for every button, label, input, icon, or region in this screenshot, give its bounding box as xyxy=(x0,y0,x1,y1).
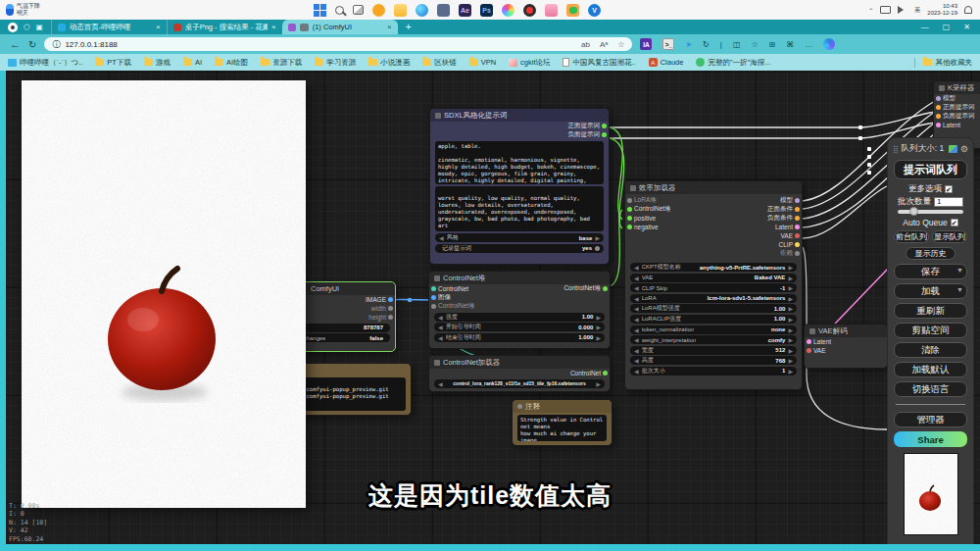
collapse-icon[interactable] xyxy=(630,185,636,191)
tab-search-icon[interactable]: ▣ xyxy=(36,23,43,31)
output-slot-controlnet-stack[interactable] xyxy=(603,286,608,291)
bookmark-item[interactable]: 学习资源 xyxy=(315,58,356,68)
close-button[interactable]: ✕ xyxy=(963,23,970,31)
widget-weight-interpretation[interactable]: ◀weight_interpretationcomfy▶ xyxy=(630,335,797,344)
share-button[interactable]: Share xyxy=(894,431,967,447)
note-text[interactable]: all til/comfyui-popup_preview.git til/co… xyxy=(290,377,406,411)
widget-controlnet-name[interactable]: ◀control_lora_rank128_v11f1e_sd15_tile_f… xyxy=(434,379,605,388)
auto-queue-checkbox[interactable]: ✔ xyxy=(951,219,958,226)
input-slot-latent[interactable] xyxy=(807,339,811,344)
output-slot-negative[interactable] xyxy=(602,132,607,137)
node-efficient-loader[interactable]: 效率加载器 LoRA堆 ControlNet堆 positive negativ… xyxy=(624,180,803,390)
extension-ia-icon[interactable]: IA xyxy=(640,38,652,50)
node-controlnet-stack[interactable]: ControlNet堆 ControlNetControlNet堆 图像 Con… xyxy=(428,271,611,349)
tab-bilibili[interactable]: 动态首页-哔哩哔哩 × xyxy=(51,20,167,34)
output-slot-controlnet[interactable] xyxy=(603,371,608,376)
bookmark-item[interactable]: 小说漫画 xyxy=(368,58,410,68)
widget-log-prompt[interactable]: 记录提示词yes xyxy=(435,244,604,253)
menu-header[interactable]: ⣿ 队列大小: 1 ⚙ xyxy=(888,141,973,157)
edge-icon[interactable] xyxy=(416,4,428,17)
volume-icon[interactable] xyxy=(898,6,907,14)
comfyui-canvas[interactable]: ComfyUI IMAGE width height 878787 p_chan… xyxy=(0,71,980,551)
widget-batch-size[interactable]: ◀批次大小1▶ xyxy=(630,367,797,376)
comfy-app-icon[interactable] xyxy=(437,4,450,17)
widget-vae[interactable]: ◀VAEBaked VAE▶ xyxy=(630,274,797,282)
note-text[interactable]: Strength value in Control net means how … xyxy=(517,415,607,441)
collapse-icon[interactable] xyxy=(435,113,441,119)
negative-prompt-textarea[interactable]: worst quality, low quality, normal quali… xyxy=(435,186,604,231)
tray-expand-icon[interactable]: ⌃ xyxy=(868,7,873,14)
output-slot-image[interactable] xyxy=(388,297,393,302)
search-icon[interactable] xyxy=(335,6,344,15)
left-arrow-icon[interactable]: ◀ xyxy=(439,234,444,241)
input-slot-positive[interactable] xyxy=(627,216,632,221)
tab-huaban[interactable]: 桌子Png - 搜索结果 - 花瓣 × xyxy=(167,20,282,34)
tab-close-icon[interactable]: × xyxy=(387,23,392,31)
after-effects-icon[interactable]: Ae xyxy=(459,4,471,17)
new-tab-button[interactable]: + xyxy=(406,22,412,32)
slider-knob[interactable] xyxy=(909,207,918,216)
widget-token-normalization[interactable]: ◀token_normalizationnone▶ xyxy=(630,326,797,334)
extension-refresh-icon[interactable]: ↻ xyxy=(703,40,710,49)
input-slot-lora-stack[interactable] xyxy=(627,198,632,203)
node-title-bar[interactable]: ControlNet堆 xyxy=(429,272,610,284)
clipspace-button[interactable]: 剪贴空间 xyxy=(894,323,967,338)
output-slot-width[interactable] xyxy=(388,306,393,311)
tab-close-icon[interactable]: × xyxy=(271,23,276,31)
bookmark-item[interactable]: 中国风复古国潮花.. xyxy=(563,58,635,68)
minimize-button[interactable]: — xyxy=(921,23,929,31)
collapse-icon[interactable] xyxy=(434,360,440,366)
bookmark-item[interactable]: 完整的"一折"海报... xyxy=(696,58,770,68)
dropdown-arrow-icon[interactable]: ▼ xyxy=(956,267,963,274)
collapse-icon[interactable] xyxy=(434,276,440,281)
node-title-bar[interactable]: 效率加载器 xyxy=(625,181,802,194)
output-slot-height[interactable] xyxy=(388,315,393,320)
widget-width[interactable]: ◀宽度512▶ xyxy=(630,346,797,355)
widget-lora-clip-strength[interactable]: ◀LoRACLIP强度1.00▶ xyxy=(630,315,797,324)
notification-bell-icon[interactable] xyxy=(964,6,972,14)
input-slot-vae[interactable] xyxy=(807,348,811,353)
node-title-bar[interactable]: K采样器 xyxy=(934,81,980,94)
clear-button[interactable]: 清除 xyxy=(894,342,967,358)
refresh-button[interactable]: 重刷新 xyxy=(894,303,967,319)
profile-avatar[interactable]: ☻ xyxy=(8,23,18,32)
display-icon[interactable] xyxy=(880,6,891,14)
bookmark-item[interactable]: 区块链 xyxy=(422,58,457,68)
task-view-icon[interactable] xyxy=(353,5,364,15)
input-slot-image[interactable] xyxy=(431,295,436,300)
split-screen-icon[interactable]: ◫ xyxy=(733,40,741,49)
save-button[interactable]: 保存▼ xyxy=(894,264,967,279)
wechat-icon[interactable] xyxy=(569,7,577,14)
favorite-star-icon[interactable]: ☆ xyxy=(617,40,624,49)
photoshop-icon[interactable]: Ps xyxy=(480,4,493,17)
bookmark-item[interactable]: AClaude xyxy=(649,58,684,67)
share-icon[interactable]: ⌘ xyxy=(786,40,794,49)
extra-options-checkbox[interactable]: ✔ xyxy=(945,185,953,193)
gallery-icon[interactable] xyxy=(949,145,957,153)
maximize-button[interactable]: ▢ xyxy=(943,23,951,31)
back-icon[interactable]: ← xyxy=(10,38,21,50)
toggle-icon[interactable] xyxy=(595,246,600,251)
node-sdxl-prompt-styler[interactable]: SDXL风格化提示词 正面提示词 负面提示词 apple, table. cin… xyxy=(429,108,610,265)
node-title-bar[interactable]: 注释 xyxy=(513,400,612,413)
right-arrow-icon[interactable]: ▶ xyxy=(595,234,600,241)
tab-comfyui[interactable]: (1) ComfyUI × xyxy=(282,20,398,34)
widget-end-percent[interactable]: ◀结束引导时间1.000▶ xyxy=(434,333,605,342)
widget-start-percent[interactable]: ◀开始引导时间0.000▶ xyxy=(434,323,605,331)
extension-bird-icon[interactable]: ➤ xyxy=(685,40,692,49)
input-slot-latent[interactable] xyxy=(936,123,941,127)
ime-indicator[interactable]: 英 xyxy=(914,6,920,15)
batch-count-slider[interactable] xyxy=(898,210,963,214)
paint-app-icon[interactable] xyxy=(502,4,514,17)
bookmark-item[interactable]: 游戏 xyxy=(144,58,171,68)
copilot-icon[interactable] xyxy=(823,38,835,50)
node-title-bar[interactable]: VAE解码 xyxy=(805,325,887,337)
input-slot-controlnet[interactable] xyxy=(431,286,436,291)
bookmark-item[interactable]: AI xyxy=(183,58,202,67)
output-slot-positive[interactable] xyxy=(602,124,607,128)
bookmark-item[interactable]: AI绘图 xyxy=(215,58,248,68)
view-queue-button[interactable]: 显示队列 xyxy=(932,230,967,243)
weather-widget[interactable]: 气温下降 明天 xyxy=(0,3,314,17)
collections-icon[interactable]: ⊞ xyxy=(769,40,776,49)
widget-lora-model-strength[interactable]: ◀LoRA模型强度1.00▶ xyxy=(630,304,797,313)
